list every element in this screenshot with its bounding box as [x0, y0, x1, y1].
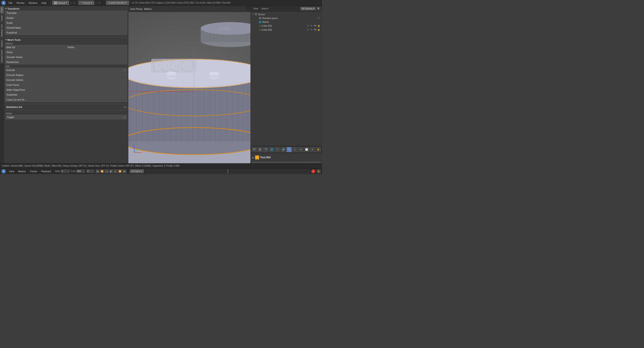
- timeline-menu-frame[interactable]: Frame: [28, 169, 39, 173]
- right-panel: View Search All Scenes ▾ 🔍 🎬 Scene: [250, 6, 322, 168]
- 3d-viewport[interactable]: User Persp Meters: [128, 6, 251, 168]
- jump-end-button[interactable]: ⏭: [122, 169, 126, 173]
- timeline-record-btn[interactable]: ●: [311, 169, 315, 173]
- sync-mode-selector[interactable]: No Sync ▾: [130, 169, 144, 173]
- cube002-lock-icon[interactable]: 🔒: [317, 28, 320, 31]
- blender-logo-icon: B: [1, 1, 6, 5]
- current-frame-input[interactable]: [86, 169, 94, 173]
- tab-view[interactable]: View: [252, 7, 260, 10]
- transform-section-header[interactable]: Transform: [5, 7, 127, 11]
- cube002-filter-icon[interactable]: ⚗: [306, 28, 310, 31]
- timeline-keyframe-btn[interactable]: ◆: [317, 169, 321, 173]
- timeline-logo: B: [1, 169, 6, 173]
- cube001-lock-icon[interactable]: 🔒: [317, 24, 320, 27]
- end-label: End:: [71, 170, 76, 172]
- btn-vertex[interactable]: Vertex: [66, 45, 127, 50]
- btn-subdivide[interactable]: Subdivide: [5, 92, 127, 97]
- scenes-dropdown[interactable]: All Scenes ▾: [300, 7, 316, 10]
- btn-slide-edge[interactable]: Slide Ed: [5, 45, 66, 50]
- cube002-name: Cube.002: [262, 29, 306, 31]
- cube002-eye-icon[interactable]: 👁: [310, 28, 313, 31]
- btn-rotate[interactable]: Rotate: [5, 16, 127, 20]
- extrude-dropdown[interactable]: Extrude ▸: [5, 68, 127, 72]
- btn-shrink-fatten[interactable]: Shrink/Fatten: [5, 26, 127, 30]
- prop-icon-physics[interactable]: ⚡: [316, 147, 321, 152]
- tree-item-renderlayers[interactable]: 📷 RenderLayers ⚗: [252, 16, 321, 20]
- prop-icon-object[interactable]: ▽: [275, 147, 280, 152]
- step-forward-button[interactable]: ▷: [114, 169, 118, 173]
- action-dropdown[interactable]: Toggle ▸: [5, 115, 127, 119]
- timeline-menu-marker[interactable]: Marker: [16, 169, 28, 173]
- right-panel-header: View Search All Scenes ▾ 🔍: [251, 6, 322, 12]
- btn-loop-cut[interactable]: Loop Cut and Sl...: [5, 97, 127, 102]
- start-label: Start:: [55, 170, 60, 172]
- vtab-create[interactable]: Create: [0, 14, 4, 23]
- svg-line-91: [134, 149, 139, 152]
- tree-item-world[interactable]: 🌐 World: [252, 20, 321, 24]
- render-engine-selector[interactable]: Cycles Render ▾: [106, 1, 129, 5]
- object-label: (0) Text.004: [134, 157, 146, 159]
- vtab-shading-uvs[interactable]: Shading / UVs: [0, 23, 4, 39]
- btn-make-edge-face[interactable]: Make Edge/Face: [5, 88, 127, 92]
- viewport-stats: v2.79 | Verts:640/2,720 | Edges:1,216/4,…: [132, 2, 230, 4]
- cube001-camera-icon[interactable]: 📷: [314, 24, 317, 27]
- btn-extrude-region[interactable]: Extrude Region: [5, 73, 127, 77]
- menu-file[interactable]: File: [7, 1, 14, 5]
- play-button[interactable]: ▶: [109, 169, 113, 173]
- deselect-all-header[interactable]: (De)Select All —: [5, 105, 127, 109]
- tab-search[interactable]: Search: [260, 7, 270, 10]
- btn-translate[interactable]: Translate: [5, 11, 127, 15]
- prop-icon-modifier[interactable]: 🔧: [286, 147, 292, 152]
- prop-icon-particle[interactable]: ✦: [310, 147, 315, 152]
- jump-start-button[interactable]: ⏮: [96, 169, 100, 173]
- end-frame-input[interactable]: [76, 169, 85, 173]
- timeline-menu-playback[interactable]: Playback: [39, 169, 53, 173]
- step-back-button[interactable]: ◁: [105, 169, 109, 173]
- svg-point-44: [209, 72, 219, 75]
- tree-item-cube002[interactable]: ▽ Cube.002 ⚗ 👁 📷 🔒: [252, 28, 321, 32]
- timeline: B View Marker Frame Playback Start: End:…: [0, 168, 322, 174]
- start-frame-input[interactable]: [61, 169, 70, 173]
- btn-inset-faces[interactable]: Inset Faces: [5, 83, 127, 87]
- prev-keyframe-button[interactable]: ⏪: [100, 169, 104, 173]
- cube001-eye-icon[interactable]: 👁: [310, 24, 313, 27]
- vtab-tools[interactable]: Tools: [0, 6, 4, 14]
- viewport-unit-label: Meters: [144, 8, 152, 10]
- timeline-scrubber[interactable]: [146, 169, 309, 173]
- renderlayers-filter-icon[interactable]: ⚗: [317, 17, 320, 20]
- vtab-grease-pencil[interactable]: Grease Pencil: [0, 49, 4, 64]
- scene-tree: 🎬 Scene 📷 RenderLayers ⚗ 🌐 World: [251, 12, 322, 146]
- cube001-icon: ▽: [259, 25, 260, 27]
- search-icon[interactable]: 🔍: [317, 7, 321, 11]
- scene-selector[interactable]: 🎬 Scene ▾: [78, 1, 94, 5]
- prop-icon-camera[interactable]: 📷: [252, 147, 257, 152]
- menu-render[interactable]: Render: [15, 1, 26, 5]
- svg-text:LEGO: LEGO: [156, 61, 182, 70]
- tree-item-scene[interactable]: 🎬 Scene: [252, 13, 321, 16]
- prop-icon-constraint[interactable]: 🔗: [281, 147, 286, 152]
- cube001-filter-icon[interactable]: ⚗: [306, 24, 310, 27]
- menu-window[interactable]: Window: [27, 1, 39, 5]
- timeline-menu-view[interactable]: View: [7, 169, 16, 173]
- prop-icon-mesh[interactable]: ⬡: [292, 147, 298, 152]
- vtab-options[interactable]: Options: [0, 39, 4, 48]
- prop-icon-world[interactable]: 🌐: [269, 147, 274, 152]
- cube002-camera-icon[interactable]: 📷: [314, 28, 317, 31]
- prop-icon-texture[interactable]: ⬜: [304, 147, 309, 152]
- prop-icon-render[interactable]: 🖼: [258, 147, 263, 152]
- mesh-tools-section-header[interactable]: Mesh Tools: [5, 38, 127, 42]
- prop-icon-scene[interactable]: 🎬: [263, 147, 268, 152]
- btn-noise[interactable]: Noise: [5, 50, 127, 54]
- btn-extrude-individ[interactable]: Extrude Individ...: [5, 78, 127, 82]
- btn-scale[interactable]: Scale: [5, 21, 127, 25]
- object-icon: T: [255, 155, 259, 159]
- btn-randomize[interactable]: Randomize: [5, 60, 127, 64]
- tree-item-cube001[interactable]: ▽ Cube.001 ⚗ 👁 📷 🔒: [252, 24, 321, 28]
- menu-help[interactable]: Help: [40, 1, 48, 5]
- prop-icon-material[interactable]: ●: [298, 147, 304, 152]
- next-keyframe-button[interactable]: ⏩: [118, 169, 122, 173]
- view-mode-selector[interactable]: Default ▾: [52, 1, 69, 5]
- btn-smooth-vertex[interactable]: Smooth Vertex: [5, 55, 127, 59]
- play-controls: ⏮ ⏪ ◁ ▶ ▷ ⏩ ⏭: [96, 169, 126, 173]
- btn-push-pull[interactable]: Push/Pull: [5, 31, 127, 35]
